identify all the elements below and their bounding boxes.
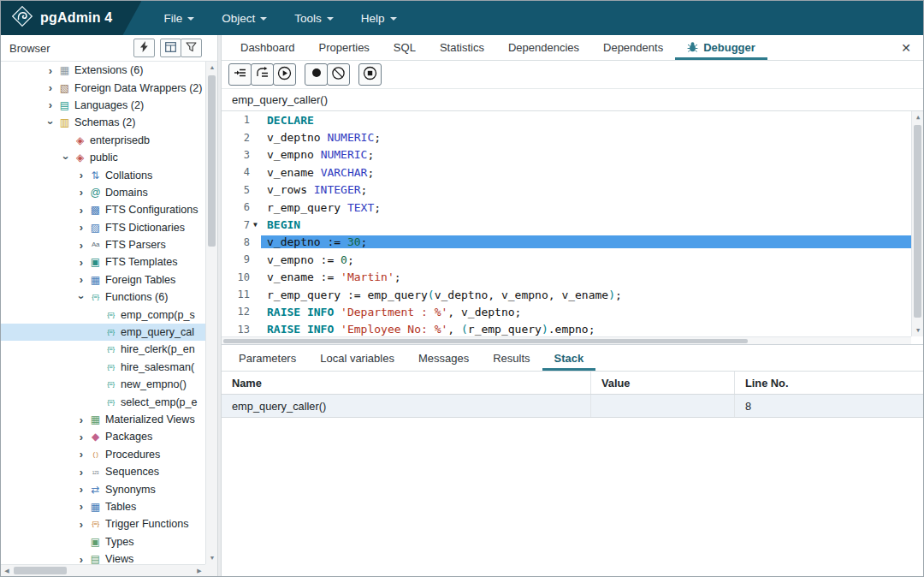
line-number[interactable]: 6 bbox=[244, 201, 250, 213]
tree-item-fts-configurations[interactable]: ›▩FTS Configurations bbox=[1, 201, 205, 218]
browser-hscroll-thumb[interactable] bbox=[14, 567, 67, 574]
tree-item-trigger-functions[interactable]: ›{≡}Trigger Functions bbox=[1, 515, 205, 532]
line-number-gutter[interactable]: 10 bbox=[222, 271, 261, 283]
tree-item-fts-parsers[interactable]: ›AaFTS Parsers bbox=[1, 236, 205, 253]
line-number[interactable]: 8 bbox=[244, 236, 250, 248]
tree-item-domains[interactable]: ›@Domains bbox=[1, 184, 205, 201]
chevron-right-icon[interactable]: › bbox=[74, 554, 88, 564]
tree-item-foreign-data-wrappers-2[interactable]: ›▧Foreign Data Wrappers (2) bbox=[1, 79, 205, 96]
chevron-right-icon[interactable]: › bbox=[74, 240, 88, 251]
tree-item-packages[interactable]: ›◆Packages bbox=[1, 428, 205, 445]
editor-scroll-up-arrow[interactable]: ▲ bbox=[912, 111, 924, 123]
menu-file[interactable]: File bbox=[163, 12, 194, 25]
tree-item-schemas-2[interactable]: ›▥Schemas (2) bbox=[1, 114, 205, 131]
browser-vscroll-thumb[interactable] bbox=[208, 75, 216, 247]
scroll-up-arrow[interactable]: ▲ bbox=[206, 62, 217, 74]
tree-item-types[interactable]: ▣Types bbox=[1, 533, 205, 550]
tree-item-enterprisedb[interactable]: ◈enterprisedb bbox=[1, 132, 205, 149]
chevron-right-icon[interactable]: › bbox=[74, 414, 88, 425]
line-number-gutter[interactable]: 11 bbox=[222, 288, 261, 300]
line-number-gutter[interactable]: 13 bbox=[222, 324, 261, 336]
line-number-gutter[interactable]: 4 bbox=[222, 166, 261, 178]
tab-dashboard[interactable]: Dashboard bbox=[228, 35, 307, 60]
chevron-right-icon[interactable]: › bbox=[74, 467, 88, 478]
line-number-gutter[interactable]: 3 bbox=[222, 149, 261, 161]
editor-scroll-down-arrow[interactable]: ▼ bbox=[912, 324, 924, 336]
continue-button[interactable] bbox=[273, 63, 296, 86]
chevron-down-icon[interactable]: › bbox=[74, 292, 88, 303]
tree-item-emp-comp-p-s[interactable]: {≡}emp_comp(p_s bbox=[1, 306, 205, 323]
panel-close-button[interactable]: ✕ bbox=[889, 35, 923, 60]
scroll-right-arrow[interactable]: ▶ bbox=[193, 565, 205, 576]
chevron-right-icon[interactable]: › bbox=[44, 99, 57, 110]
tree-item-hire-clerk-p-en[interactable]: {≡}hire_clerk(p_en bbox=[1, 341, 205, 358]
toggle-breakpoint-button[interactable] bbox=[305, 63, 328, 86]
tree-item-extensions-6[interactable]: ›▦Extensions (6) bbox=[1, 62, 205, 79]
tree-item-select-emp-p-e[interactable]: {≡}select_emp(p_e bbox=[1, 393, 205, 410]
line-number[interactable]: 12 bbox=[238, 306, 250, 318]
tab-dependents[interactable]: Dependents bbox=[591, 35, 675, 60]
query-tool-button[interactable] bbox=[133, 39, 155, 57]
line-number-gutter[interactable]: 9 bbox=[222, 253, 261, 265]
line-number[interactable]: 9 bbox=[244, 253, 250, 265]
chevron-right-icon[interactable]: › bbox=[74, 501, 88, 512]
tab-results[interactable]: Results bbox=[481, 345, 542, 371]
menu-object[interactable]: Object bbox=[222, 12, 267, 25]
chevron-right-icon[interactable]: › bbox=[74, 274, 88, 285]
tree-item-public[interactable]: ›◈public bbox=[1, 149, 205, 166]
line-number[interactable]: 2 bbox=[244, 132, 250, 144]
tab-stack[interactable]: Stack bbox=[542, 345, 596, 371]
tree-item-views[interactable]: ›▤Views bbox=[1, 550, 205, 564]
scroll-down-arrow[interactable]: ▼ bbox=[206, 552, 217, 564]
chevron-right-icon[interactable]: › bbox=[74, 205, 88, 216]
tab-messages[interactable]: Messages bbox=[406, 345, 481, 371]
tree-item-collations[interactable]: ›⇅Collations bbox=[1, 166, 205, 183]
tree-item-sequences[interactable]: ›₁₂₃Sequences bbox=[1, 463, 205, 480]
step-over-button[interactable] bbox=[251, 63, 274, 86]
step-into-button[interactable] bbox=[228, 63, 252, 86]
line-number[interactable]: 10 bbox=[238, 271, 250, 283]
editor-horizontal-scrollbar[interactable] bbox=[222, 336, 911, 344]
line-number[interactable]: 3 bbox=[244, 149, 250, 161]
chevron-right-icon[interactable]: › bbox=[74, 257, 88, 268]
menu-tools[interactable]: Tools bbox=[294, 12, 334, 25]
chevron-right-icon[interactable]: › bbox=[74, 222, 88, 233]
tree-item-synonyms[interactable]: ›⇄Synonyms bbox=[1, 480, 205, 497]
line-number[interactable]: 4 bbox=[244, 166, 250, 178]
line-number[interactable]: 7 bbox=[244, 219, 250, 231]
line-number[interactable]: 1 bbox=[244, 114, 250, 126]
fold-marker-icon[interactable]: ▼ bbox=[250, 221, 261, 229]
chevron-right-icon[interactable]: › bbox=[44, 82, 57, 93]
tree-item-fts-dictionaries[interactable]: ›▨FTS Dictionaries bbox=[1, 219, 205, 236]
line-number-gutter[interactable]: 12 bbox=[222, 306, 261, 318]
line-number-gutter[interactable]: 5 bbox=[222, 184, 261, 196]
chevron-right-icon[interactable]: › bbox=[74, 170, 88, 181]
chevron-right-icon[interactable]: › bbox=[74, 449, 88, 460]
menu-help[interactable]: Help bbox=[361, 12, 397, 25]
stop-button[interactable] bbox=[358, 63, 382, 86]
line-number[interactable]: 11 bbox=[238, 288, 250, 300]
stack-frame-row[interactable]: emp_query_caller()8 bbox=[222, 395, 923, 418]
tab-debugger[interactable]: Debugger bbox=[675, 35, 767, 60]
tree-item-new-empno[interactable]: {≡}new_empno() bbox=[1, 376, 205, 393]
tab-statistics[interactable]: Statistics bbox=[428, 35, 496, 60]
chevron-right-icon[interactable]: › bbox=[74, 431, 88, 443]
filter-button[interactable] bbox=[181, 39, 202, 57]
line-number-gutter[interactable]: 6 bbox=[222, 201, 261, 213]
tree-item-languages-2[interactable]: ›▤Languages (2) bbox=[1, 97, 205, 114]
line-number-gutter[interactable]: 2 bbox=[222, 132, 261, 144]
tab-parameters[interactable]: Parameters bbox=[227, 345, 308, 371]
chevron-right-icon[interactable]: › bbox=[74, 187, 88, 198]
tree-item-functions-6[interactable]: ›{≡}Functions (6) bbox=[1, 288, 205, 306]
tree-item-procedures[interactable]: ›( )Procedures bbox=[1, 446, 205, 463]
browser-vertical-scrollbar[interactable]: ▲ ▼ bbox=[205, 62, 217, 564]
line-number[interactable]: 13 bbox=[238, 324, 250, 336]
tab-local-variables[interactable]: Local variables bbox=[308, 345, 406, 371]
tab-sql[interactable]: SQL bbox=[382, 35, 428, 60]
tree-item-hire-salesman[interactable]: {≡}hire_salesman( bbox=[1, 359, 205, 376]
scroll-left-arrow[interactable]: ◀ bbox=[1, 565, 13, 576]
clear-all-breakpoints-button[interactable] bbox=[327, 63, 350, 86]
line-number-gutter[interactable]: 7▼ bbox=[222, 219, 261, 231]
line-number-gutter[interactable]: 8 bbox=[222, 236, 261, 248]
chevron-right-icon[interactable]: › bbox=[74, 484, 88, 495]
